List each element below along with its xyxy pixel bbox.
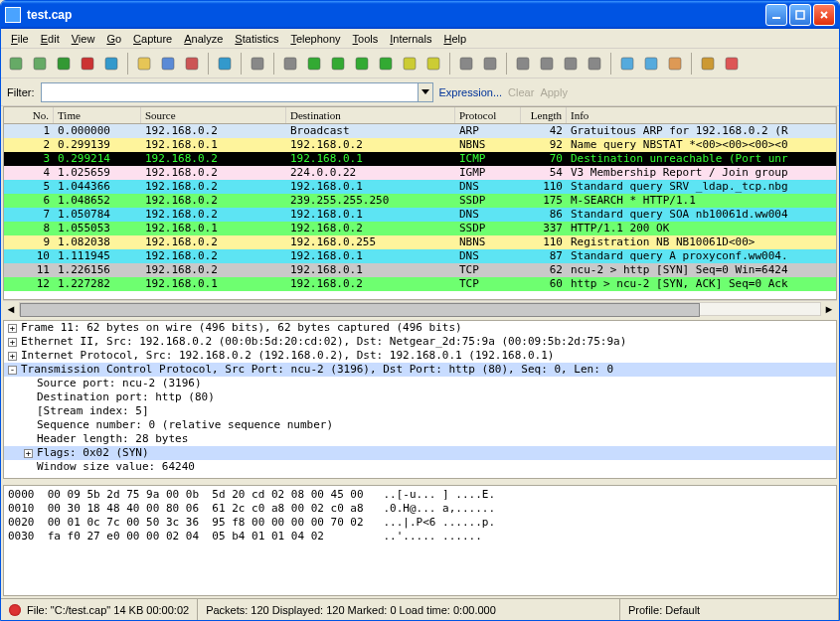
close-button[interactable]	[813, 4, 835, 26]
zoom-out-icon	[539, 56, 555, 72]
packet-row[interactable]: 71.050784192.168.0.2192.168.0.1DNS86Stan…	[4, 208, 836, 222]
hex-line[interactable]: 0000 00 09 5b 2d 75 9a 00 0b 5d 20 cd 02…	[8, 488, 832, 502]
status-profile[interactable]: Profile: Default	[628, 604, 700, 616]
toolbar-zoom-fit[interactable]	[584, 53, 605, 75]
toolbar-options-display[interactable]	[664, 53, 686, 75]
hex-line[interactable]: 0010 00 30 18 48 40 00 80 06 61 2c c0 a8…	[8, 502, 832, 516]
toolbar-reload[interactable]	[214, 53, 236, 75]
tree-expander-icon[interactable]: +	[8, 338, 17, 347]
detail-node[interactable]: Destination port: http (80)	[4, 390, 836, 404]
menu-help[interactable]: Help	[437, 31, 472, 47]
col-info[interactable]: Info	[567, 107, 836, 123]
toolbar-go-first[interactable]	[399, 53, 420, 75]
cell-length: 70	[521, 152, 567, 166]
toolbar-capture-start[interactable]	[53, 53, 75, 75]
expert-info-icon[interactable]	[9, 604, 21, 616]
col-time[interactable]: Time	[54, 107, 141, 123]
toolbar-capture-options[interactable]	[29, 53, 51, 75]
toolbar-file-save[interactable]	[157, 53, 179, 75]
cell-source: 192.168.0.2	[141, 166, 286, 180]
toolbar-file-open[interactable]	[133, 53, 155, 75]
toolbar-go-jump[interactable]	[351, 53, 373, 75]
tree-expander-icon[interactable]: -	[8, 366, 17, 375]
toolbar-go-back[interactable]	[303, 53, 325, 75]
menu-edit[interactable]: Edit	[35, 31, 66, 47]
packet-row[interactable]: 101.111945192.168.0.2192.168.0.1DNS87Sta…	[4, 249, 836, 263]
toolbar-zoom-in[interactable]	[512, 53, 534, 75]
tree-expander-icon[interactable]: +	[8, 324, 17, 333]
detail-node[interactable]: -Transmission Control Protocol, Src Port…	[4, 363, 836, 377]
detail-node[interactable]: Header length: 28 bytes	[4, 432, 836, 446]
packet-row[interactable]: 51.044366192.168.0.2192.168.0.1DNS110Sta…	[4, 180, 836, 194]
tree-expander-icon[interactable]: +	[8, 352, 17, 361]
toolbar-find[interactable]	[279, 53, 301, 75]
menu-tools[interactable]: Tools	[347, 31, 385, 47]
splitter-2[interactable]	[1, 479, 839, 483]
tree-expander-icon[interactable]: +	[24, 449, 33, 458]
packet-list-hscroll[interactable]: ◄ ►	[3, 300, 837, 316]
detail-node[interactable]: +Frame 11: 62 bytes on wire (496 bits), …	[4, 321, 836, 335]
filter-dropdown-button[interactable]	[418, 82, 433, 102]
packet-row[interactable]: 121.227282192.168.0.1192.168.0.2TCP60htt…	[4, 277, 836, 291]
toolbar-print[interactable]	[247, 53, 268, 75]
toolbar-preferences[interactable]	[697, 53, 719, 75]
detail-node[interactable]: [Stream index: 5]	[4, 404, 836, 418]
filter-input[interactable]	[41, 82, 419, 102]
col-length[interactable]: Length	[521, 107, 567, 123]
hscroll-thumb[interactable]	[20, 303, 700, 317]
expression-link[interactable]: Expression...	[439, 86, 503, 98]
svg-rect-15	[356, 58, 368, 70]
packet-bytes-pane[interactable]: 0000 00 09 5b 2d 75 9a 00 0b 5d 20 cd 02…	[3, 485, 837, 596]
detail-node[interactable]: +Flags: 0x02 (SYN)	[4, 446, 836, 460]
menu-file[interactable]: File	[5, 31, 35, 47]
packet-row[interactable]: 10.000000192.168.0.2BroadcastARP42Gratui…	[4, 124, 836, 138]
detail-node[interactable]: Window size value: 64240	[4, 460, 836, 474]
detail-node[interactable]: Source port: ncu-2 (3196)	[4, 377, 836, 390]
col-protocol[interactable]: Protocol	[455, 107, 521, 123]
toolbar-capture-interfaces[interactable]	[5, 53, 27, 75]
hex-line[interactable]: 0020 00 01 0c 7c 00 50 3c 36 95 f8 00 00…	[8, 516, 832, 530]
packet-list-pane[interactable]: No. Time Source Destination Protocol Len…	[3, 106, 837, 300]
toolbar-capture-stop[interactable]	[77, 53, 98, 75]
packet-row[interactable]: 41.025659192.168.0.2224.0.0.22IGMP54V3 M…	[4, 166, 836, 180]
toolbar-zoom-out[interactable]	[536, 53, 558, 75]
menu-go[interactable]: Go	[100, 31, 127, 47]
toolbar-go-forward[interactable]	[327, 53, 349, 75]
hex-line[interactable]: 0030 fa f0 27 e0 00 00 02 04 05 b4 01 01…	[8, 530, 832, 543]
menu-view[interactable]: View	[66, 31, 101, 47]
packet-list-rows[interactable]: 10.000000192.168.0.2BroadcastARP42Gratui…	[4, 124, 836, 299]
toolbar-zoom-100[interactable]	[560, 53, 582, 75]
detail-node[interactable]: Sequence number: 0 (relative sequence nu…	[4, 418, 836, 432]
toolbar-options-capture[interactable]	[640, 53, 662, 75]
menu-capture[interactable]: Capture	[127, 31, 178, 47]
toolbar-auto-scroll[interactable]	[479, 53, 501, 75]
minimize-button[interactable]	[765, 4, 787, 26]
svg-rect-16	[380, 58, 392, 70]
col-destination[interactable]: Destination	[286, 107, 455, 123]
menu-analyze[interactable]: Analyze	[178, 31, 229, 47]
col-source[interactable]: Source	[141, 107, 286, 123]
toolbar-go-end[interactable]	[375, 53, 397, 75]
zoom-fit-icon	[587, 56, 602, 72]
packet-details-pane[interactable]: +Frame 11: 62 bytes on wire (496 bits), …	[3, 320, 837, 479]
toolbar-colorize[interactable]	[455, 53, 477, 75]
toolbar-capture-restart[interactable]	[100, 53, 122, 75]
detail-node[interactable]: +Ethernet II, Src: 192.168.0.2 (00:0b:5d…	[4, 335, 836, 349]
packet-row[interactable]: 20.299139192.168.0.1192.168.0.2NBNS92Nam…	[4, 138, 836, 152]
menu-statistics[interactable]: Statistics	[229, 31, 284, 47]
menu-internals[interactable]: Internals	[384, 31, 437, 47]
detail-node[interactable]: +Internet Protocol, Src: 192.168.0.2 (19…	[4, 349, 836, 363]
maximize-button[interactable]	[789, 4, 811, 26]
menu-telephony[interactable]: Telephony	[284, 31, 346, 47]
packet-row[interactable]: 30.299214192.168.0.2192.168.0.1ICMP70Des…	[4, 152, 836, 166]
packet-row[interactable]: 111.226156192.168.0.2192.168.0.1TCP62ncu…	[4, 263, 836, 277]
packet-row[interactable]: 61.048652192.168.0.2239.255.255.250SSDP1…	[4, 194, 836, 208]
packet-row[interactable]: 91.082038192.168.0.2192.168.0.255NBNS110…	[4, 235, 836, 249]
packet-list-header[interactable]: No. Time Source Destination Protocol Len…	[4, 107, 836, 124]
col-no[interactable]: No.	[4, 107, 54, 123]
toolbar-help[interactable]	[721, 53, 743, 75]
toolbar-resize-cols[interactable]	[616, 53, 638, 75]
toolbar-go-last[interactable]	[422, 53, 444, 75]
packet-row[interactable]: 81.055053192.168.0.1192.168.0.2SSDP337HT…	[4, 222, 836, 235]
toolbar-file-close[interactable]	[181, 53, 203, 75]
